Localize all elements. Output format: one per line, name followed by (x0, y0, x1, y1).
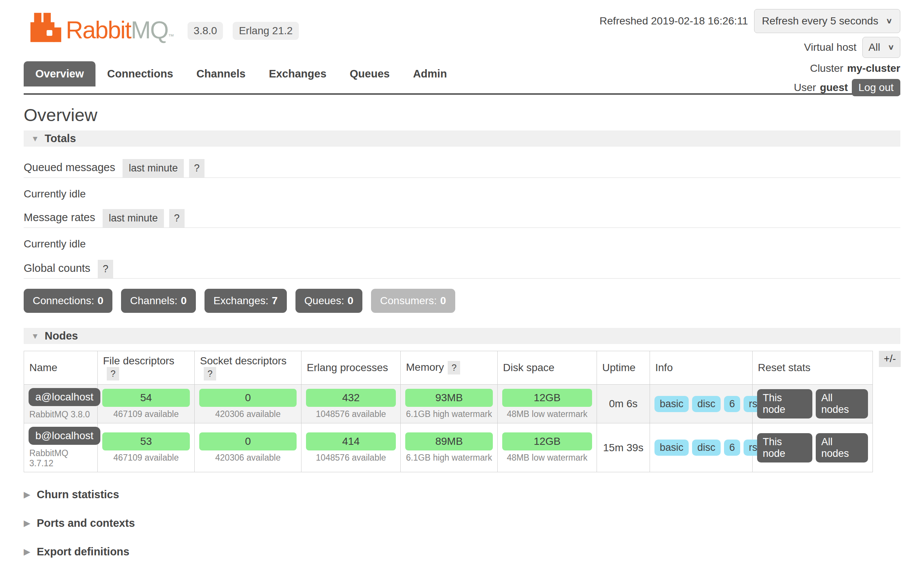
user-label: User (794, 82, 816, 94)
help-icon[interactable]: ? (169, 209, 185, 227)
reset-stats-cell: This node All nodes (753, 423, 873, 472)
table-header-row: Name File descriptors? Socket descriptor… (24, 351, 873, 385)
file-descriptors-cell: 54467109 available (98, 385, 195, 423)
info-tag: basic (654, 440, 689, 456)
col-uptime: Uptime (597, 351, 650, 385)
global-counts-row: Global counts ? (24, 260, 900, 279)
consumers-counter: Consumers:0 (371, 289, 455, 313)
help-icon[interactable]: ? (189, 159, 204, 177)
info-tag: disc (692, 440, 721, 456)
node-version: RabbitMQ 3.7.12 (29, 448, 93, 469)
export-definitions-section[interactable]: ▶ Export definitions (24, 546, 900, 558)
file-descriptors-cell: 53467109 available (98, 423, 195, 472)
connections-counter: Connections:0 (24, 289, 112, 313)
uptime-cell: 0m 6s (597, 385, 650, 423)
user-name: guest (820, 82, 848, 94)
tab-admin[interactable]: Admin (401, 61, 459, 86)
message-rates-row: Message rates last minute ? (24, 209, 900, 228)
logo-wordmark: RabbitMQ™ (66, 18, 173, 42)
metric-bar: 12GB (502, 389, 592, 407)
refresh-interval-dropdown[interactable]: Refresh every 5 seconds ∨ (754, 9, 900, 33)
expand-triangle-icon: ▶ (24, 547, 30, 557)
header-right: Refreshed 2019-02-18 16:26:11 Refresh ev… (600, 9, 900, 96)
nodes-table: Name File descriptors? Socket descriptor… (24, 351, 873, 472)
queued-period-tab[interactable]: last minute (123, 159, 184, 177)
collapse-triangle-icon: ▼ (31, 134, 39, 143)
page-title: Overview (24, 105, 900, 125)
global-counts-heading: Global counts (24, 262, 92, 278)
erlang-processes-cell: 4321048576 available (301, 385, 401, 423)
col-file-descriptors: File descriptors? (98, 351, 195, 385)
info-tag: basic (654, 396, 689, 412)
header: RabbitMQ™ 3.8.0 Erlang 21.2 Refreshed 20… (24, 0, 900, 95)
channels-counter: Channels:0 (121, 289, 196, 313)
uptime-cell: 15m 39s (597, 423, 650, 472)
tab-connections[interactable]: Connections (95, 61, 185, 86)
queues-counter: Queues:0 (295, 289, 362, 313)
totals-section-title: Totals (45, 132, 76, 145)
global-counters: Connections:0 Channels:0 Exchanges:7 Que… (24, 289, 900, 313)
rates-period-tab[interactable]: last minute (103, 209, 164, 227)
logo[interactable]: RabbitMQ™ 3.8.0 Erlang 21.2 (30, 13, 299, 42)
exchanges-counter: Exchanges:7 (204, 289, 287, 313)
socket-descriptors-cell: 0420306 available (195, 423, 301, 472)
help-icon[interactable]: ? (98, 260, 113, 278)
logout-button[interactable]: Log out (852, 79, 900, 96)
info-cell: basic disc 6 rss (650, 423, 753, 472)
totals-section-header[interactable]: ▼ Totals (24, 130, 900, 147)
nodes-table-wrap: Name File descriptors? Socket descriptor… (24, 351, 900, 472)
col-disk-space: Disk space (498, 351, 597, 385)
metric-bar: 432 (306, 389, 396, 407)
ports-and-contexts-section[interactable]: ▶ Ports and contexts (24, 517, 900, 529)
node-row-a: a@localhost RabbitMQ 3.8.0 54467109 avai… (24, 385, 873, 423)
help-icon[interactable]: ? (107, 367, 119, 381)
node-name-badge[interactable]: a@localhost (29, 388, 100, 406)
nodes-section-header[interactable]: ▼ Nodes (24, 328, 900, 344)
version-badges: 3.8.0 Erlang 21.2 (188, 22, 299, 40)
col-name: Name (24, 351, 98, 385)
col-memory: Memory? (401, 351, 498, 385)
metric-bar: 93MB (405, 389, 493, 407)
node-name-cell: a@localhost RabbitMQ 3.8.0 (24, 385, 98, 423)
chevron-down-icon: ∨ (886, 17, 892, 25)
reset-all-nodes-button[interactable]: All nodes (816, 433, 868, 462)
reset-all-nodes-button[interactable]: All nodes (816, 389, 868, 418)
collapse-triangle-icon: ▼ (31, 332, 39, 341)
queued-messages-heading: Queued messages (24, 161, 117, 177)
col-socket-descriptors: Socket descriptors? (195, 351, 301, 385)
rabbitmq-version-badge: 3.8.0 (188, 22, 223, 40)
node-name-badge[interactable]: b@localhost (29, 427, 100, 445)
tab-queues[interactable]: Queues (338, 61, 401, 86)
node-row-b: b@localhost RabbitMQ 3.7.12 53467109 ava… (24, 423, 873, 472)
metric-bar: 0 (199, 432, 297, 450)
tab-channels[interactable]: Channels (185, 61, 258, 86)
page-container: RabbitMQ™ 3.8.0 Erlang 21.2 Refreshed 20… (0, 0, 924, 561)
cluster-label: Cluster (810, 62, 844, 74)
churn-statistics-section[interactable]: ▶ Churn statistics (24, 488, 900, 501)
queued-messages-status: Currently idle (24, 188, 900, 200)
tab-exchanges[interactable]: Exchanges (257, 61, 338, 86)
reset-this-node-button[interactable]: This node (757, 389, 812, 418)
cluster-name: my-cluster (847, 62, 900, 74)
expand-triangle-icon: ▶ (24, 490, 30, 500)
metric-bar: 0 (199, 389, 297, 407)
column-toggle-button[interactable]: +/- (879, 351, 901, 367)
message-rates-heading: Message rates (24, 211, 97, 227)
erlang-version-badge: Erlang 21.2 (233, 22, 298, 40)
metric-bar: 54 (102, 389, 190, 407)
virtual-host-dropdown[interactable]: All ∨ (862, 37, 900, 58)
expand-triangle-icon: ▶ (24, 518, 30, 528)
tab-overview[interactable]: Overview (24, 61, 95, 86)
metric-bar: 89MB (405, 432, 493, 450)
reset-this-node-button[interactable]: This node (757, 433, 812, 462)
refreshed-timestamp: Refreshed 2019-02-18 16:26:11 (600, 15, 748, 27)
erlang-processes-cell: 4141048576 available (301, 423, 401, 472)
help-icon[interactable]: ? (448, 361, 460, 375)
metric-bar: 414 (306, 432, 396, 450)
nav-tabs: Overview Connections Channels Exchanges … (24, 61, 459, 86)
help-icon[interactable]: ? (204, 367, 216, 381)
socket-descriptors-cell: 0420306 available (195, 385, 301, 423)
col-reset-stats: Reset stats (753, 351, 873, 385)
col-erlang-processes: Erlang processes (301, 351, 401, 385)
virtual-host-label: Virtual host (804, 41, 857, 53)
